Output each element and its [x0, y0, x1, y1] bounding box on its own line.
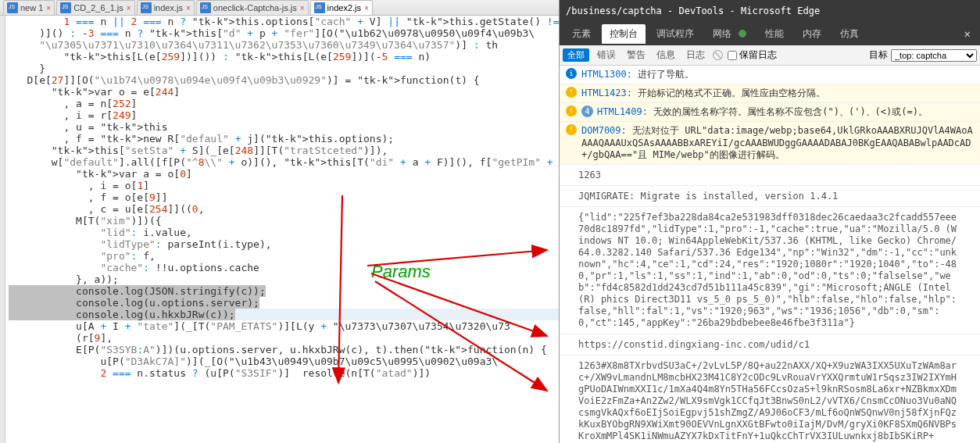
msg-text: HTML1423: 开始标记的格式不正确。属性应由空格分隔。 — [581, 87, 825, 100]
console-line: JQMIGRATE: Migrate is installed, version… — [560, 186, 980, 207]
tab-label: new 1 — [20, 3, 43, 13]
code-editor: new 1× CD_2_6_1.js× index.js× oneclick-C… — [0, 0, 559, 443]
devtools-menubar: 元素 控制台 调试程序 网络 性能 内存 仿真 ✕ — [560, 22, 980, 45]
tab-label: index2.js — [327, 3, 361, 13]
warn-icon — [566, 87, 577, 98]
tab-label: CD_2_6_1.js — [73, 3, 123, 13]
file-icon — [314, 2, 325, 13]
console-output[interactable]: i HTML1300: 进行了导航。 HTML1423: 开始标记的格式不正确。… — [560, 66, 980, 443]
close-icon[interactable]: × — [46, 4, 51, 13]
tab-index[interactable]: index.js× — [137, 0, 195, 15]
file-icon — [200, 2, 211, 13]
console-line: https://constid.dingxiang-inc.com/udid/c… — [560, 334, 980, 355]
menu-memory[interactable]: 内存 — [795, 24, 829, 44]
clear-icon[interactable] — [713, 50, 723, 60]
msg-text: DOM7009: 无法对位于 URL"data:image/webp;base6… — [581, 124, 974, 162]
console-msg: 4 HTML1409: 无效的属性名称字符。属性名称不应包含(")、(')、(<… — [560, 103, 980, 122]
msg-count-badge: 4 — [581, 105, 593, 117]
tab-oneclick[interactable]: oneclick-Captcha-js.js× — [196, 0, 309, 15]
gutter — [0, 16, 5, 443]
menu-elements[interactable]: 元素 — [564, 24, 599, 44]
filter-info[interactable]: 信息 — [653, 48, 678, 62]
filter-warning[interactable]: 警告 — [624, 48, 649, 62]
menu-console[interactable]: 控制台 — [602, 24, 646, 44]
console-line: {"lid":"225f7ef3ba228da84ca2e531983dff03… — [560, 207, 980, 334]
target-label: 目标 — [869, 48, 888, 62]
menu-network[interactable]: 网络 — [705, 24, 754, 44]
file-icon — [7, 2, 18, 13]
console-line: 1263 — [560, 165, 980, 186]
devtools-title: /business/captcha - DevTools - Microsoft… — [560, 0, 980, 22]
target-selector: 目标 _top: captcha — [869, 48, 977, 62]
tab-label: index.js — [154, 3, 183, 13]
warn-icon — [566, 105, 577, 116]
close-icon[interactable]: × — [127, 4, 131, 13]
close-icon[interactable]: × — [186, 4, 191, 13]
tab-index2[interactable]: index2.js× — [310, 0, 373, 15]
console-line: 1263#X8m8TXrbvdSU3aC+/2vLvL5P/8Q+au22nAX… — [560, 355, 980, 443]
msg-text: HTML1300: 进行了导航。 — [581, 68, 694, 81]
console-msg: HTML1423: 开始标记的格式不正确。属性应由空格分隔。 — [560, 84, 980, 103]
target-select[interactable]: _top: captcha — [891, 49, 977, 62]
tab-label: oneclick-Captcha-js.js — [213, 3, 297, 13]
console-toolbar: 全部 错误 警告 信息 日志 保留日志 目标 _top: captcha — [560, 45, 980, 66]
devtools-panel: /business/captcha - DevTools - Microsoft… — [559, 0, 980, 443]
preserve-checkbox[interactable] — [728, 51, 737, 60]
menu-emulation[interactable]: 仿真 — [832, 24, 867, 44]
menu-debugger[interactable]: 调试程序 — [649, 24, 702, 44]
info-icon: i — [566, 68, 577, 79]
filter-error[interactable]: 错误 — [594, 48, 619, 62]
tab-cd[interactable]: CD_2_6_1.js× — [56, 0, 134, 15]
code-body[interactable]: 1 === n || 2 === n ? "tk-k">this.options… — [5, 16, 608, 443]
file-icon — [60, 2, 71, 13]
preserve-log[interactable]: 保留日志 — [728, 48, 777, 62]
close-icon[interactable]: × — [364, 4, 369, 13]
close-devtools-icon[interactable]: ✕ — [960, 27, 975, 40]
preserve-label: 保留日志 — [739, 48, 777, 62]
console-msg: DOM7009: 无法对位于 URL"data:image/webp;base6… — [560, 122, 980, 165]
filter-all[interactable]: 全部 — [563, 48, 589, 62]
filter-log[interactable]: 日志 — [683, 48, 708, 62]
file-icon — [141, 2, 152, 13]
msg-text: HTML1409: 无效的属性名称字符。属性名称不应包含(")、(')、(<)或… — [597, 105, 928, 119]
tab-new1[interactable]: new 1× — [3, 0, 55, 15]
tabs-bar: new 1× CD_2_6_1.js× index.js× oneclick-C… — [0, 0, 559, 16]
menu-label: 网络 — [713, 28, 731, 39]
console-msg: i HTML1300: 进行了导航。 — [560, 66, 980, 84]
warn-icon — [566, 124, 577, 135]
close-icon[interactable]: × — [300, 4, 305, 13]
record-icon — [739, 30, 746, 38]
code-area: 1 === n || 2 === n ? "tk-k">this.options… — [0, 16, 559, 443]
menu-performance[interactable]: 性能 — [757, 24, 792, 44]
